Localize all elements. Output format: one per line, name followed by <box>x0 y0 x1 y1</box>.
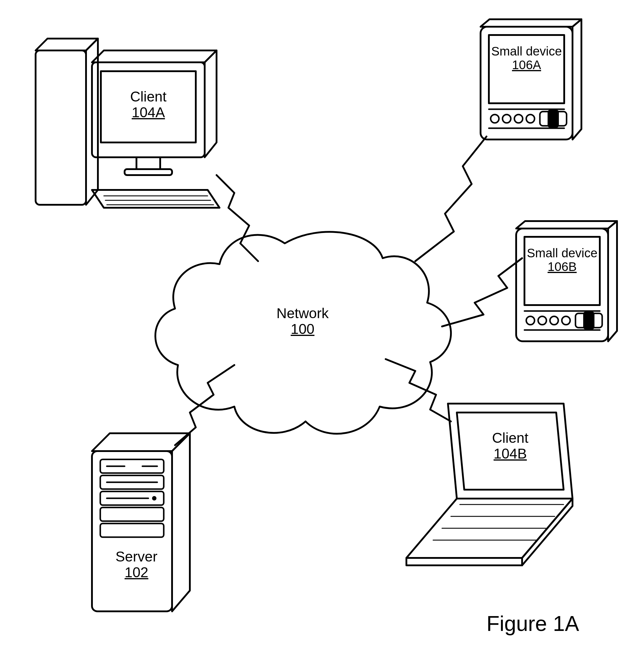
small-device-b-num: 106B <box>522 260 602 274</box>
client-b-laptop-icon <box>407 404 572 565</box>
small-device-a-label: Small device 106A <box>486 45 566 72</box>
figure-caption: Figure 1A <box>486 612 579 636</box>
server-label: Server 102 <box>110 549 163 580</box>
network-name: Network <box>273 306 332 321</box>
svg-rect-4 <box>100 508 164 521</box>
svg-rect-30 <box>548 110 559 128</box>
client-b-num: 104B <box>475 446 546 462</box>
client-a-num: 104A <box>113 105 184 120</box>
server-icon <box>92 433 190 612</box>
svg-point-28 <box>526 114 535 123</box>
svg-point-35 <box>526 316 535 325</box>
connectors <box>175 137 522 445</box>
svg-rect-14 <box>136 157 160 169</box>
small-device-a-icon <box>480 19 581 139</box>
svg-point-25 <box>491 114 499 123</box>
svg-point-38 <box>562 316 570 325</box>
svg-point-9 <box>153 497 156 500</box>
server-num: 102 <box>110 565 163 580</box>
svg-rect-40 <box>583 311 594 329</box>
client-b-label: Client 104B <box>475 430 546 462</box>
small-device-b-name: Small device <box>522 246 602 260</box>
svg-point-37 <box>550 316 558 325</box>
small-device-a-name: Small device <box>486 45 566 58</box>
network-num: 100 <box>273 321 332 337</box>
client-a-label: Client 104A <box>113 89 184 120</box>
server-name: Server <box>110 549 163 565</box>
svg-rect-11 <box>36 50 86 205</box>
network-topology-diagram: Network 100 Server 102 Client 104A Clien… <box>0 0 644 652</box>
client-b-name: Client <box>475 430 546 446</box>
small-device-b-label: Small device 106B <box>522 246 602 274</box>
svg-point-36 <box>538 316 547 325</box>
svg-rect-5 <box>100 523 164 537</box>
client-a-desktop-icon <box>36 38 220 208</box>
small-device-b-icon <box>516 221 617 341</box>
svg-rect-15 <box>124 169 172 175</box>
network-label: Network 100 <box>273 306 332 337</box>
svg-point-26 <box>503 114 511 123</box>
client-a-name: Client <box>113 89 184 105</box>
svg-point-27 <box>514 114 523 123</box>
small-device-a-num: 106A <box>486 58 566 72</box>
